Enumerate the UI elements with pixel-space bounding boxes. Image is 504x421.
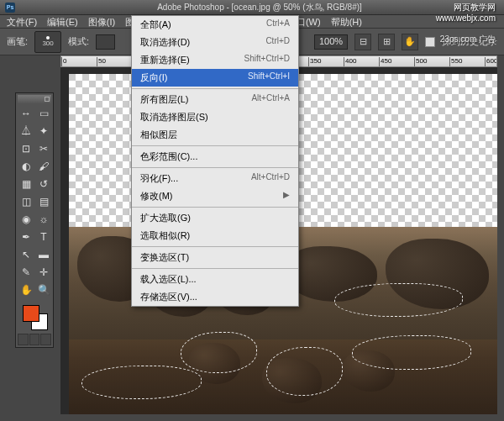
brush-size-value: 300	[42, 39, 53, 47]
blur-tool[interactable]: ◉	[18, 211, 34, 228]
menu-item-选取相似r[interactable]: 选取相似(R)	[132, 227, 298, 245]
ruler-mark: 550	[449, 57, 462, 67]
zoom-tool[interactable]: 🔍	[35, 282, 52, 298]
ruler-mark: 350	[308, 57, 321, 67]
menu-shortcut: Alt+Ctrl+D	[251, 172, 290, 185]
menu-item-label: 变换选区(T)	[140, 251, 189, 264]
menu-item-存储选区v[interactable]: 存储选区(V)...	[132, 288, 298, 306]
foreground-color[interactable]	[23, 305, 39, 322]
eraser-tool[interactable]: ◫	[18, 193, 34, 210]
watermark-top: 网页教学网 www.webjx.com	[436, 2, 496, 23]
menu-item-扩大选取g[interactable]: 扩大选取(G)	[132, 209, 298, 227]
app-icon: Ps	[5, 3, 15, 13]
ruler-mark: 50	[97, 57, 106, 67]
menu-shortcut: Shift+Ctrl+I	[248, 71, 290, 84]
marquee-tool[interactable]: ▭	[35, 105, 52, 122]
mode-select[interactable]	[96, 34, 115, 50]
quickmask-icon[interactable]	[18, 334, 29, 345]
zoom-field[interactable]: 100%	[314, 34, 348, 50]
healing-tool[interactable]: ◐	[18, 158, 34, 175]
selection-marquee	[334, 283, 463, 317]
menu-shortcut: Shift+Ctrl+D	[244, 54, 290, 66]
titlebar: Ps Adobe Photoshop - [ocean.jpg @ 50% (水…	[0, 0, 504, 15]
ruler-mark: 500	[414, 57, 427, 67]
menu-separator	[132, 167, 298, 168]
type-tool[interactable]: T	[35, 229, 52, 245]
brush-preview[interactable]: 300	[34, 31, 61, 53]
notes-tool[interactable]: ✎	[18, 264, 34, 281]
menu-shortcut: Ctrl+D	[265, 36, 290, 49]
menu-separator	[132, 268, 298, 269]
menu-item-label: 修改(M)	[140, 190, 173, 203]
menu-item-所有图层l[interactable]: 所有图层(L)Alt+Ctrl+A	[132, 91, 298, 108]
menu-item-取消选择d[interactable]: 取消选择(D)Ctrl+D	[132, 34, 298, 51]
ruler-mark: 0	[61, 57, 66, 67]
hand-tool[interactable]: ✋	[18, 282, 34, 298]
pen-tool[interactable]: ✒	[18, 229, 34, 245]
menu-item-重新选择e[interactable]: 重新选择(E)Shift+Ctrl+D	[132, 51, 298, 69]
hand-icon[interactable]: ✋	[402, 34, 418, 50]
menu-item-相似图层[interactable]: 相似图层	[132, 126, 298, 144]
screenmode2-icon[interactable]	[40, 334, 51, 345]
menu-separator	[132, 88, 298, 89]
ruler-mark: 400	[344, 57, 356, 67]
lasso-tool[interactable]: ⏃	[18, 123, 34, 139]
watermark-side: 23ps.com 广告	[440, 34, 496, 45]
brush-label: 画笔:	[7, 35, 28, 48]
eyedropper-tool[interactable]: ✛	[35, 264, 52, 281]
menu-item-label: 全部(A)	[140, 18, 171, 31]
dodge-tool[interactable]: ☼	[35, 211, 52, 228]
menu-item-label: 色彩范围(C)...	[140, 150, 197, 163]
path-select-tool[interactable]: ↖	[18, 246, 34, 263]
menu-item-修改m[interactable]: 修改(M)▶	[132, 187, 298, 205]
history-brush-tool[interactable]: ↺	[35, 176, 52, 192]
menu-item-载入选区l[interactable]: 载入选区(L)...	[132, 271, 298, 288]
menu-帮助h[interactable]: 帮助(H)	[326, 15, 367, 28]
zoom-out-icon[interactable]: ⊟	[354, 34, 371, 50]
selection-marquee	[81, 366, 202, 399]
menu-图像i[interactable]: 图像(I)	[83, 15, 120, 28]
menu-separator	[132, 246, 298, 247]
menu-文件f[interactable]: 文件(F)	[2, 15, 42, 28]
brush-tool[interactable]: 🖌	[35, 158, 52, 175]
rectangle-tool[interactable]: ▬	[35, 246, 52, 263]
menu-item-羽化f[interactable]: 羽化(F)...Alt+Ctrl+D	[132, 170, 298, 187]
menu-item-label: 所有图层(L)	[140, 93, 188, 106]
magic-wand-tool[interactable]: ✦	[35, 123, 52, 139]
menu-shortcut: Ctrl+A	[266, 18, 290, 31]
menu-item-变换选区t[interactable]: 变换选区(T)	[132, 249, 298, 266]
menu-item-label: 取消选择图层(S)	[140, 111, 208, 124]
menu-item-全部a[interactable]: 全部(A)Ctrl+A	[132, 16, 298, 34]
mode-label: 模式:	[68, 35, 89, 48]
menu-item-label: 羽化(F)...	[140, 172, 178, 185]
menu-编辑e[interactable]: 编辑(E)	[42, 15, 83, 28]
toolbox: ↔▭⏃✦⊡✂◐🖌▦↺◫▤◉☼✒T↖▬✎✛✋🔍	[15, 92, 54, 348]
screenmode-icon[interactable]	[29, 334, 40, 345]
menu-separator	[132, 207, 298, 208]
crop-tool[interactable]: ⊡	[18, 140, 34, 157]
move-tool[interactable]: ↔	[18, 105, 34, 122]
gradient-tool[interactable]: ▤	[35, 193, 52, 210]
toolbox-header[interactable]	[18, 95, 51, 103]
menu-item-label: 扩大选取(G)	[140, 212, 191, 224]
ruler-mark: 600	[485, 57, 497, 67]
selection-marquee	[352, 335, 472, 369]
menu-item-反向i[interactable]: 反向(I)Shift+Ctrl+I	[132, 69, 298, 87]
selection-marquee	[181, 332, 258, 373]
menu-item-label: 取消选择(D)	[140, 36, 190, 49]
menu-item-label: 反向(I)	[140, 71, 167, 84]
select-menu-dropdown: 全部(A)Ctrl+A取消选择(D)Ctrl+D重新选择(E)Shift+Ctr…	[131, 15, 299, 307]
history-checkbox[interactable]	[425, 37, 435, 47]
menu-separator	[132, 145, 298, 146]
menu-shortcut: ▶	[283, 190, 290, 203]
stamp-tool[interactable]: ▦	[18, 176, 34, 192]
menu-item-label: 存储选区(V)...	[140, 291, 197, 303]
close-icon[interactable]	[45, 97, 50, 102]
menu-item-label: 相似图层	[140, 129, 177, 141]
menu-shortcut: Alt+Ctrl+A	[251, 93, 290, 106]
menu-item-取消选择图层s[interactable]: 取消选择图层(S)	[132, 108, 298, 126]
menu-item-色彩范围c[interactable]: 色彩范围(C)...	[132, 148, 298, 166]
color-swatch	[18, 302, 51, 332]
zoom-in-icon[interactable]: ⊞	[378, 34, 395, 50]
slice-tool[interactable]: ✂	[35, 140, 52, 157]
